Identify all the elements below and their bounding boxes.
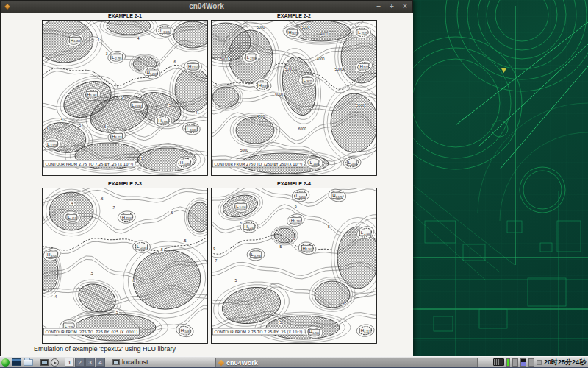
taskbar-window-label: cn04Work [226, 359, 258, 367]
close-button[interactable]: × [401, 1, 409, 13]
tray-indicator-3-icon[interactable] [528, 358, 534, 367]
svg-text:5000: 5000 [240, 149, 248, 152]
svg-text:5.260: 5.260 [312, 332, 319, 335]
svg-text:6000: 6000 [275, 93, 283, 96]
workspace-2[interactable]: 2 [75, 358, 85, 367]
svg-text:5622: 5622 [292, 32, 298, 35]
svg-text:.4: .4 [71, 202, 74, 205]
terminal-launcher-icon[interactable] [12, 358, 21, 366]
svg-text:2788: 2788 [250, 57, 256, 60]
tray-indicator-2-icon[interactable] [520, 358, 526, 367]
svg-text:.6: .6 [132, 279, 135, 283]
svg-text:6: 6 [173, 60, 176, 64]
maximize-button[interactable]: + [387, 1, 396, 13]
svg-text:5: 5 [140, 157, 143, 160]
svg-text:4.994: 4.994 [254, 255, 261, 258]
display-settings-icon[interactable] [40, 359, 49, 366]
svg-text:6.423: 6.423 [115, 136, 122, 139]
svg-text:5: 5 [280, 245, 282, 249]
svg-text:.5: .5 [90, 272, 93, 275]
svg-text:6: 6 [104, 125, 107, 129]
svg-text:3625: 3625 [306, 80, 312, 83]
contour-panel-2-4: L5.000L5.206H6.573H6.250H5.740H5.167L4.9… [211, 180, 377, 344]
svg-text:4.484: 4.484 [135, 105, 142, 108]
file-manager-icon[interactable] [24, 359, 33, 366]
desktop-screen: cn04Work – + × H4.063L3.185L2.795H5.263H… [0, 0, 588, 368]
keyboard-layout-icon[interactable] [493, 358, 504, 366]
host-label: localhost [122, 358, 148, 366]
workspace-3[interactable]: 3 [85, 358, 95, 367]
show-desktop-icon[interactable] [51, 358, 59, 367]
svg-text:5: 5 [79, 124, 82, 127]
svg-text:EXAMPLE 2-1: EXAMPLE 2-1 [108, 13, 142, 18]
titlebar[interactable]: cn04Work – + × [1, 1, 412, 13]
svg-text:5.880: 5.880 [162, 121, 168, 124]
workspace-pager: 1 2 3 4 [65, 357, 105, 367]
svg-text:5000: 5000 [257, 26, 265, 29]
svg-text:4000: 4000 [317, 57, 325, 61]
svg-text:EXAMPLE 2-4: EXAMPLE 2-4 [277, 181, 311, 186]
svg-text:4000: 4000 [320, 32, 328, 36]
svg-text:2852: 2852 [351, 163, 357, 166]
workspace-4[interactable]: 4 [96, 358, 105, 367]
svg-text:4: 4 [97, 38, 99, 42]
svg-text:5: 5 [235, 279, 237, 283]
taskbar-window-button[interactable]: cn04Work [215, 358, 478, 368]
contour-plot-2-3: L.453H.7500H.6700L.2838L.279H.548.6.7.6.… [42, 180, 208, 344]
svg-text:.4: .4 [54, 295, 57, 299]
window-cn04work: cn04Work – + × H4.063L3.185L2.795H5.263H… [0, 0, 413, 356]
svg-text:5.381: 5.381 [90, 94, 97, 97]
svg-text:5000: 5000 [301, 26, 309, 29]
svg-text:EXAMPLE 2-2: EXAMPLE 2-2 [277, 13, 311, 18]
window-title: cn04Work [1, 1, 412, 13]
taskbar: 1 2 3 4 localhost cn04Work 20时25分24秒 [0, 356, 588, 368]
clock: 20时25分24秒 [544, 358, 587, 367]
contour-plot-2-2: H5622L2522L2788H5585L3625H7552L1108L2852… [211, 13, 377, 176]
svg-text:CONTOUR FROM 2.75 TO 7.25 BY .: CONTOUR FROM 2.75 TO 7.25 BY .25 (X 10⁻⁵… [215, 330, 303, 334]
contour-panel-2-1: H4.063L3.185L2.795H5.263H7.550H5.381L4.4… [42, 13, 208, 176]
svg-text:.7500: .7500 [125, 217, 132, 220]
svg-text:6000: 6000 [298, 127, 306, 131]
svg-text:5.167: 5.167 [306, 248, 312, 251]
svg-text:CONTOUR FROM .275 TO .725 BY .: CONTOUR FROM .275 TO .725 BY .025 (X .00… [46, 330, 138, 334]
svg-text:2522: 2522 [362, 32, 368, 35]
svg-text:1108: 1108 [313, 163, 319, 166]
svg-text:CONTOUR FROM 2.75 TO 7.25 BY .: CONTOUR FROM 2.75 TO 7.25 BY .25 (X 10⁻⁵… [46, 162, 134, 166]
svg-text:5: 5 [328, 225, 330, 229]
minimize-button[interactable]: – [374, 1, 383, 13]
svg-text:4.063: 4.063 [74, 40, 80, 43]
svg-text:6: 6 [213, 247, 215, 250]
svg-text:5: 5 [169, 104, 171, 107]
svg-text:.6: .6 [170, 211, 173, 215]
svg-text:5.000: 5.000 [240, 206, 246, 209]
svg-text:5000: 5000 [356, 104, 365, 107]
svg-text:.453: .453 [71, 217, 76, 220]
contour-panel-2-3: L.453H.7500H.6700L.2838L.279H.548.6.7.6.… [42, 180, 208, 344]
tray-monitor-green-icon[interactable] [506, 358, 510, 367]
svg-text:5.263: 5.263 [150, 73, 157, 76]
svg-text:5585: 5585 [262, 85, 268, 88]
svg-text:.2838: .2838 [140, 247, 147, 250]
svg-text:6.573: 6.573 [336, 196, 343, 199]
workspace-1[interactable]: 1 [65, 358, 74, 367]
svg-text:5: 5 [121, 96, 123, 99]
svg-text:5000: 5000 [220, 57, 229, 61]
tray-indicator-1-icon[interactable] [512, 358, 518, 367]
localhost-button[interactable]: localhost [110, 357, 151, 367]
svg-text:4: 4 [61, 118, 63, 121]
svg-text:6: 6 [295, 205, 297, 208]
svg-text:3.185: 3.185 [163, 31, 170, 34]
svg-text:.6700: .6700 [51, 255, 57, 258]
start-menu-icon[interactable] [1, 358, 10, 367]
svg-text:2.528: 2.528 [51, 144, 57, 147]
svg-text:6.250: 6.250 [248, 227, 254, 230]
host-terminal-icon [112, 359, 120, 365]
svg-text:5.086: 5.086 [183, 163, 190, 166]
tray-mini-icon[interactable] [537, 360, 542, 365]
taskbar-window-diamond-icon [218, 360, 224, 366]
svg-text:7552: 7552 [363, 66, 369, 69]
svg-text:3: 3 [46, 127, 48, 131]
svg-text:.5: .5 [115, 311, 118, 314]
svg-text:4: 4 [137, 37, 140, 40]
svg-text:2.500: 2.500 [364, 233, 370, 236]
